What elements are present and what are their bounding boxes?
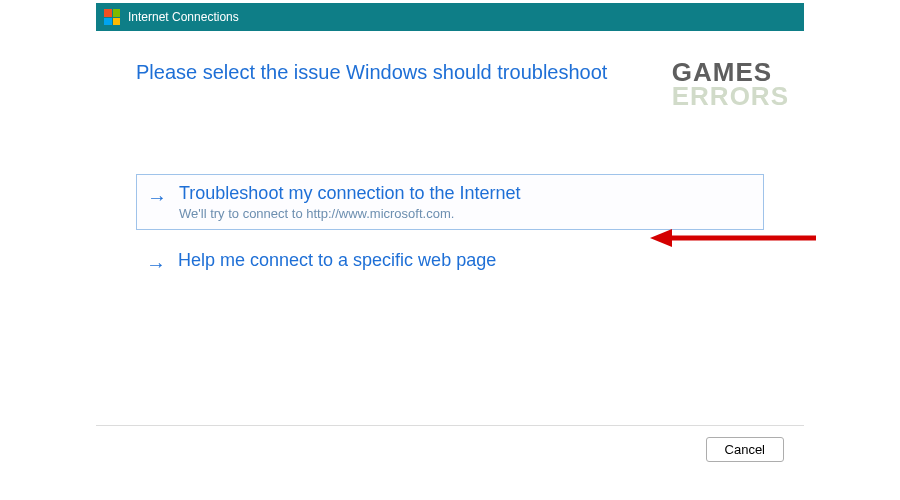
page-heading: Please select the issue Windows should t… [136, 61, 764, 84]
option-text-group: Help me connect to a specific web page [178, 250, 496, 271]
content-area: GAMES ERRORS Please select the issue Win… [96, 31, 804, 284]
footer-bar: Cancel [96, 425, 804, 473]
window-title: Internet Connections [128, 10, 239, 24]
arrow-right-icon: → [147, 185, 167, 209]
option-troubleshoot-internet[interactable]: → Troubleshoot my connection to the Inte… [136, 174, 764, 230]
arrow-right-icon: → [146, 252, 166, 276]
troubleshooter-window: Internet Connections GAMES ERRORS Please… [96, 3, 804, 473]
watermark-line2: ERRORS [672, 83, 789, 109]
option-connect-specific-page[interactable]: → Help me connect to a specific web page [136, 242, 764, 284]
cancel-button[interactable]: Cancel [706, 437, 784, 462]
option-description: We'll try to connect to http://www.micro… [179, 206, 521, 221]
titlebar[interactable]: Internet Connections [96, 3, 804, 31]
option-title: Troubleshoot my connection to the Intern… [179, 183, 521, 204]
option-text-group: Troubleshoot my connection to the Intern… [179, 183, 521, 221]
windows-flag-icon [104, 9, 120, 25]
option-title: Help me connect to a specific web page [178, 250, 496, 271]
